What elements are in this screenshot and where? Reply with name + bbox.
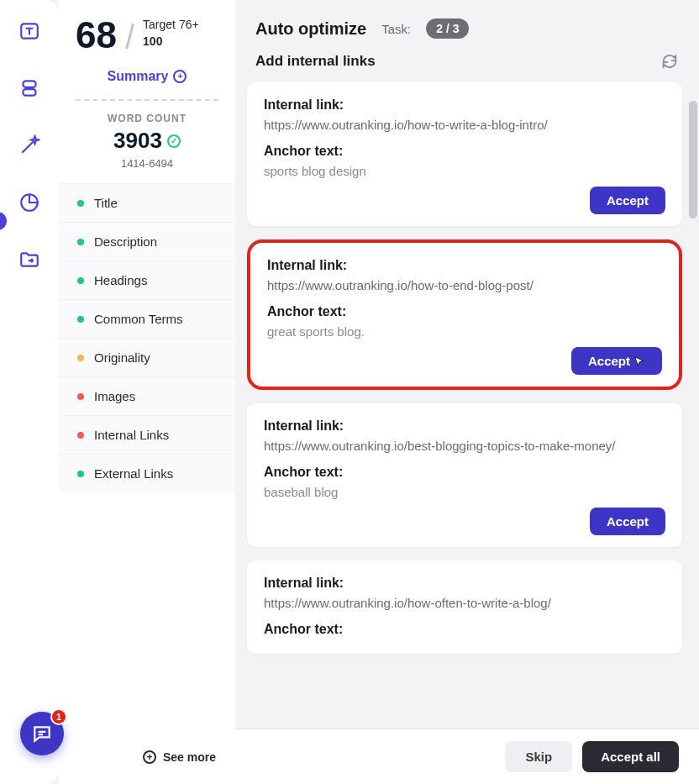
section-label: Internal Links [94, 428, 169, 442]
page-title: Auto optimize [255, 19, 366, 39]
see-more-label: See more [163, 750, 216, 764]
internal-link-url: https://www.outranking.io/how-to-end-blo… [267, 278, 662, 292]
status-dot [77, 239, 84, 245]
refresh-icon[interactable] [660, 52, 679, 71]
card-footer: Accept [267, 347, 662, 375]
section-item[interactable]: Common Terms [59, 299, 235, 338]
link-cards: Internal link:https://www.outranking.io/… [235, 82, 699, 784]
score-value: 68 [76, 17, 117, 54]
internal-link-label: Internal link: [267, 258, 662, 273]
subtitle: Add internal links [255, 53, 376, 70]
rail-active-indicator [0, 212, 7, 230]
status-dot [77, 355, 84, 361]
section-list: TitleDescriptionHeadingsCommon TermsOrig… [59, 183, 235, 492]
internal-link-label: Internal link: [264, 418, 665, 434]
section-label: Headings [94, 273, 147, 287]
internal-link-label: Internal link: [264, 576, 665, 591]
skip-button[interactable]: Skip [505, 741, 572, 772]
main-header: Auto optimize Task: 2 / 3 [235, 0, 699, 52]
chat-fab[interactable]: 1 [20, 712, 64, 755]
anchor-text-value: sports blog design [264, 164, 665, 178]
summary-label: Summary [108, 69, 169, 84]
nav-rail [0, 0, 59, 784]
pie-chart-icon[interactable] [17, 190, 42, 215]
plus-icon: + [143, 750, 156, 764]
status-dot [77, 200, 84, 207]
internal-link-url: https://www.outranking.io/how-often-to-w… [264, 596, 665, 610]
divider [76, 99, 218, 101]
bottom-bar: Skip Accept all [235, 729, 699, 784]
section-label: Title [94, 196, 118, 210]
word-count-range: 1414-6494 [59, 154, 235, 183]
card-footer: Accept [264, 508, 665, 535]
anchor-text-value: baseball blog [264, 485, 665, 499]
score-sidebar: 68 / Target 76+ 100 Summary + WORD COUNT… [59, 0, 235, 784]
chat-badge: 1 [50, 708, 67, 725]
section-item[interactable]: Description [59, 222, 235, 260]
svg-rect-1 [23, 81, 35, 87]
status-dot [77, 471, 84, 477]
accept-button[interactable]: Accept [590, 187, 665, 214]
internal-link-url: https://www.outranking.io/best-blogging-… [264, 439, 665, 453]
internal-link-label: Internal link: [264, 97, 665, 113]
anchor-text-label: Anchor text: [264, 465, 665, 480]
section-item[interactable]: Title [59, 183, 235, 222]
main-panel: Auto optimize Task: 2 / 3 Add internal l… [235, 0, 699, 784]
anchor-text-label: Anchor text: [264, 144, 665, 159]
magic-wand-icon[interactable] [17, 133, 42, 158]
accept-button[interactable]: Accept [590, 508, 665, 535]
accept-button[interactable]: Accept [571, 347, 662, 375]
section-label: External Links [94, 466, 173, 481]
score-divider: / [125, 20, 134, 54]
status-dot [77, 316, 84, 323]
summary-link[interactable]: Summary + [59, 62, 235, 99]
anchor-text-value: great sports blog. [267, 324, 662, 339]
anchor-text-label: Anchor text: [267, 304, 662, 319]
section-label: Originality [94, 350, 150, 365]
section-item[interactable]: Originality [59, 338, 235, 376]
section-label: Images [94, 389, 135, 403]
score-block: 68 / Target 76+ 100 [59, 0, 235, 62]
score-max: 100 [143, 34, 199, 50]
internal-link-url: https://www.outranking.io/how-to-write-a… [264, 118, 665, 132]
accept-all-button[interactable]: Accept all [582, 741, 679, 772]
layers-icon[interactable] [17, 76, 42, 101]
expand-icon: + [173, 70, 187, 83]
card-footer: Accept [264, 187, 665, 214]
status-dot [77, 432, 84, 439]
status-dot [77, 393, 84, 400]
see-more-button[interactable]: + See more [143, 750, 216, 764]
sub-header: Add internal links [235, 52, 699, 82]
cursor-icon [633, 355, 645, 367]
section-item[interactable]: Headings [59, 260, 235, 299]
section-label: Common Terms [94, 312, 183, 326]
task-label: Task: [381, 22, 411, 36]
link-card: Internal link:https://www.outranking.io/… [247, 239, 682, 390]
svg-rect-2 [23, 89, 35, 96]
section-item[interactable]: External Links [59, 454, 235, 492]
task-progress-pill: 2 / 3 [426, 18, 469, 39]
section-label: Description [94, 234, 157, 249]
section-item[interactable]: Internal Links [59, 415, 235, 454]
text-box-icon[interactable] [17, 18, 42, 44]
scrollbar-thumb[interactable] [689, 101, 697, 218]
folder-export-icon[interactable] [17, 247, 42, 272]
check-icon: ✓ [167, 134, 181, 148]
score-target: Target 76+ [143, 17, 199, 34]
anchor-text-label: Anchor text: [264, 622, 665, 637]
word-count-label: WORD COUNT [59, 113, 235, 124]
link-card: Internal link:https://www.outranking.io/… [247, 403, 682, 547]
status-dot [77, 277, 84, 284]
word-count-value: 3903 ✓ [59, 124, 235, 154]
section-item[interactable]: Images [59, 376, 235, 415]
link-card: Internal link:https://www.outranking.io/… [247, 560, 682, 654]
link-card: Internal link:https://www.outranking.io/… [247, 82, 682, 226]
